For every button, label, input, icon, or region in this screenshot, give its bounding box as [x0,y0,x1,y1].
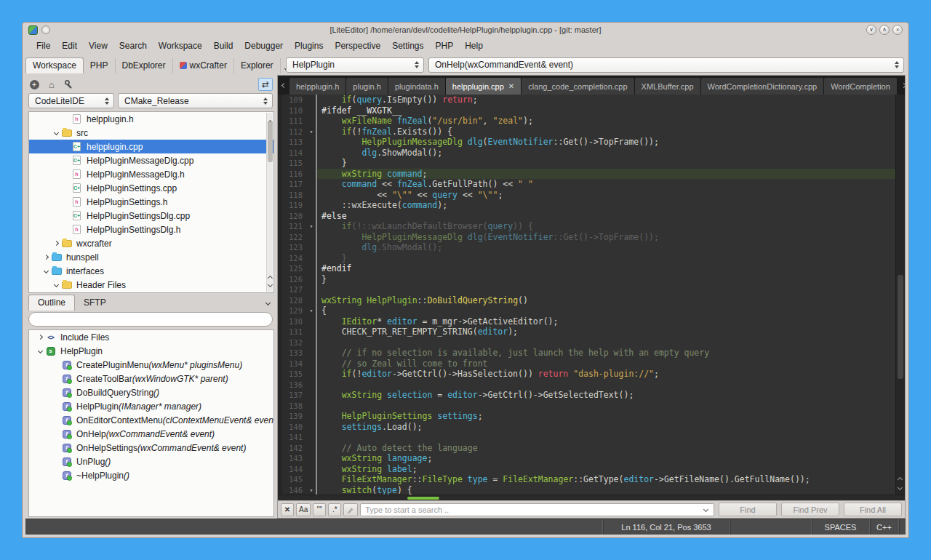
fold-margin[interactable] [307,274,317,285]
scrollbar-thumb[interactable] [898,275,903,379]
outline-item-createtoolbar[interactable]: fCreateToolBar(wxWindowGTK* parent) [29,372,273,385]
minimize-button[interactable]: ∨ [866,25,876,35]
symbol-dropdown[interactable]: OnHelp(wxCommandEvent& event) [428,57,904,73]
outline-item-helpplugin[interactable]: fHelpPlugin(IManager* manager) [29,399,273,413]
fold-margin[interactable]: ▾ [307,221,317,232]
menu-perspective[interactable]: Perspective [329,39,385,52]
highlight-matches-icon[interactable] [343,503,358,516]
menu-edit[interactable]: Edit [57,39,82,52]
fold-margin[interactable] [307,284,317,295]
outline-search-input[interactable] [28,312,273,327]
find-prev-button[interactable]: Find Prev [781,503,839,516]
fold-margin[interactable] [307,263,317,274]
editor-tab-xmlbuffer-cpp[interactable]: XMLBuffer.cpp [635,78,701,95]
fold-margin[interactable]: ▾ [307,127,317,137]
case-sensitive-toggle[interactable]: Aa [296,503,311,516]
scroll-down-icon[interactable] [268,276,272,289]
outline-item-onhelpsettings[interactable]: fOnHelpSettings(wxCommandEvent& event) [29,441,273,455]
fold-margin[interactable] [307,190,317,201]
outline-tree[interactable]: <>Include FilessHelpPluginfCreatePluginM… [28,329,274,517]
fold-margin[interactable] [307,464,317,475]
outline-item--helpplugin[interactable]: f~HelpPlugin() [29,468,273,482]
fold-margin[interactable] [307,432,317,443]
window-menu-icon[interactable] [41,25,50,34]
home-icon[interactable]: ⌂ [46,79,57,90]
panel-tab-explorer[interactable]: Explorer [234,58,281,73]
add-icon[interactable]: + [28,79,40,90]
menu-php[interactable]: PHP [431,39,459,52]
whole-word-toggle[interactable]: "" [313,503,326,516]
tree-item-helpplugin-cpp[interactable]: C+helpplugin.cpp [29,140,273,153]
fold-margin[interactable] [307,179,317,190]
scrollbar-thumb[interactable] [268,121,273,162]
fold-margin[interactable] [307,105,317,116]
outline-item-dobuildquerystring[interactable]: fDoBuildQueryString() [29,385,273,399]
collapse-arrow-icon[interactable] [53,282,58,287]
editor-tab-plugindata-h[interactable]: plugindata.h [388,78,446,95]
menu-view[interactable]: View [84,39,113,52]
editor-tab-plugin-h[interactable]: plugin.h [346,78,388,95]
editor-body[interactable]: 109 if(query.IsEmpty()) return;110#ifdef… [278,95,905,495]
outline-item-onhelp[interactable]: fOnHelp(wxCommandEvent& event) [29,427,273,441]
menu-settings[interactable]: Settings [387,39,428,52]
chevron-down-icon[interactable] [703,507,708,512]
close-find-icon[interactable]: ✕ [281,503,294,516]
menu-plugins[interactable]: Plugins [289,39,328,52]
editor-tab-helpplugin-h[interactable]: helpplugin.h [289,78,346,95]
tree-item-helppluginsettingsdlg-h[interactable]: hHelpPluginSettingsDlg.h [29,223,273,236]
fold-margin[interactable] [307,253,317,264]
find-all-button[interactable]: Find All [844,503,902,516]
wrench-icon[interactable] [63,79,75,90]
maximize-button[interactable]: ∧ [879,25,890,35]
tree-item-helppluginmessagedlg-h[interactable]: hHelpPluginMessageDlg.h [29,167,273,181]
fold-margin[interactable] [307,453,317,464]
fold-margin[interactable] [307,390,317,401]
fold-margin[interactable] [307,295,317,306]
workspace-dropdown[interactable]: CodeLiteIDE [28,93,114,108]
collapse-arrow-icon[interactable] [37,348,42,353]
menu-file[interactable]: File [31,39,55,52]
find-button[interactable]: Find [719,503,777,516]
close-button[interactable]: × [892,25,903,35]
panel-tab-php[interactable]: PHP [84,58,116,73]
fold-margin[interactable] [307,443,317,454]
regex-toggle[interactable]: .* [328,503,341,516]
outline-item-createpluginmenu[interactable]: fCreatePluginMenu(wxMenu* pluginsMenu) [29,358,273,372]
menu-workspace[interactable]: Workspace [153,39,207,52]
menu-debugger[interactable]: Debugger [239,39,288,52]
build-config-dropdown[interactable]: CMake_Release [118,93,273,108]
tab-scroll-left-icon[interactable] [278,76,289,95]
fold-margin[interactable] [307,232,317,243]
fold-margin[interactable] [307,401,317,412]
fold-margin[interactable] [307,348,317,359]
fold-margin[interactable] [307,316,317,327]
editor-vertical-scrollbar[interactable] [895,95,905,495]
collapse-arrow-icon[interactable] [53,130,58,135]
whitespace-mode[interactable]: SPACES [811,519,869,535]
scope-dropdown[interactable]: HelpPlugin [286,57,424,73]
close-tab-icon[interactable]: ✕ [508,82,514,90]
panel-tab-workspace[interactable]: Workspace [25,57,84,73]
menu-build[interactable]: Build [209,39,239,52]
fold-margin[interactable] [307,169,317,180]
tree-item-helppluginmessagedlg-cpp[interactable]: C+HelpPluginMessageDlg.cpp [29,153,273,167]
menu-help[interactable]: Help [460,39,488,52]
fold-margin[interactable] [307,474,317,485]
tree-item-helpplugin-h[interactable]: hhelpplugin.h [29,112,273,126]
fold-margin[interactable] [307,380,317,391]
fold-margin[interactable] [307,95,317,105]
fold-margin[interactable] [307,148,317,159]
fold-margin[interactable] [307,158,317,169]
fold-margin[interactable] [307,411,317,422]
fold-margin[interactable] [307,337,317,348]
tree-item-helppluginsettingsdlg-cpp[interactable]: C+HelpPluginSettingsDlg.cpp [29,209,273,223]
editor-tab-wordcompletiondictionary-cpp[interactable]: WordCompletionDictionary.cpp [701,78,825,95]
fold-margin[interactable] [307,359,317,369]
outline-item-include-files[interactable]: <>Include Files [29,330,273,344]
tree-item-helppluginsettings-cpp[interactable]: C+HelpPluginSettings.cpp [29,181,273,195]
code-view[interactable]: 109 if(query.IsEmpty()) return;110#ifdef… [278,95,895,495]
panel-tab-wxcrafter[interactable]: wxCrafter [173,58,234,73]
editor-tab-wordcompletion[interactable]: WordCompletion [824,78,898,95]
fold-margin[interactable] [307,242,317,253]
panel-tab-dbexplorer[interactable]: DbExplorer [116,58,173,73]
